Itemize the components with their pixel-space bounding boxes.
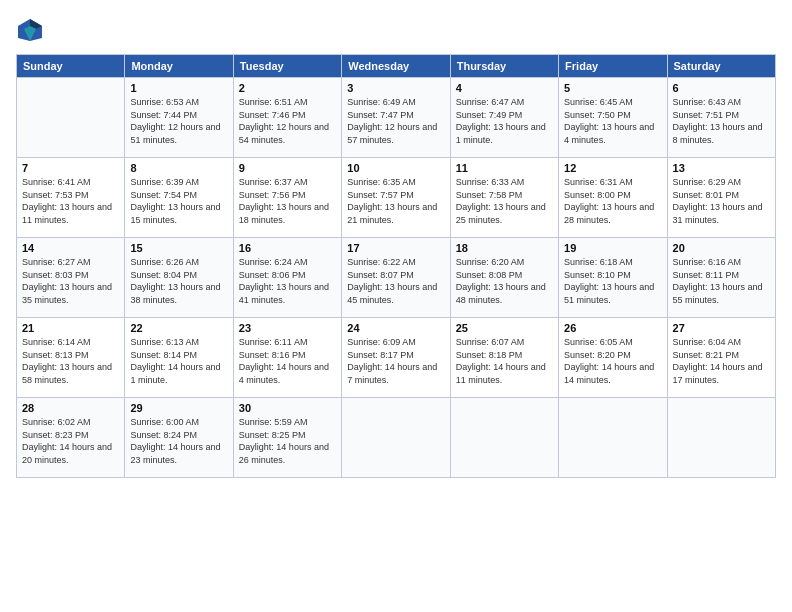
day-number: 12 bbox=[564, 162, 661, 174]
week-row-5: 28Sunrise: 6:02 AMSunset: 8:23 PMDayligh… bbox=[17, 398, 776, 478]
day-cell: 3Sunrise: 6:49 AMSunset: 7:47 PMDaylight… bbox=[342, 78, 450, 158]
day-info: Sunrise: 6:13 AMSunset: 8:14 PMDaylight:… bbox=[130, 336, 227, 386]
day-number: 19 bbox=[564, 242, 661, 254]
day-number: 14 bbox=[22, 242, 119, 254]
day-cell: 7Sunrise: 6:41 AMSunset: 7:53 PMDaylight… bbox=[17, 158, 125, 238]
day-info: Sunrise: 6:26 AMSunset: 8:04 PMDaylight:… bbox=[130, 256, 227, 306]
day-cell: 26Sunrise: 6:05 AMSunset: 8:20 PMDayligh… bbox=[559, 318, 667, 398]
day-cell: 2Sunrise: 6:51 AMSunset: 7:46 PMDaylight… bbox=[233, 78, 341, 158]
day-cell: 17Sunrise: 6:22 AMSunset: 8:07 PMDayligh… bbox=[342, 238, 450, 318]
day-cell: 23Sunrise: 6:11 AMSunset: 8:16 PMDayligh… bbox=[233, 318, 341, 398]
day-number: 2 bbox=[239, 82, 336, 94]
day-number: 21 bbox=[22, 322, 119, 334]
day-info: Sunrise: 6:53 AMSunset: 7:44 PMDaylight:… bbox=[130, 96, 227, 146]
day-cell: 19Sunrise: 6:18 AMSunset: 8:10 PMDayligh… bbox=[559, 238, 667, 318]
day-info: Sunrise: 6:16 AMSunset: 8:11 PMDaylight:… bbox=[673, 256, 770, 306]
page: SundayMondayTuesdayWednesdayThursdayFrid… bbox=[0, 0, 792, 612]
day-number: 3 bbox=[347, 82, 444, 94]
day-info: Sunrise: 6:24 AMSunset: 8:06 PMDaylight:… bbox=[239, 256, 336, 306]
day-number: 23 bbox=[239, 322, 336, 334]
day-cell bbox=[17, 78, 125, 158]
day-info: Sunrise: 6:22 AMSunset: 8:07 PMDaylight:… bbox=[347, 256, 444, 306]
day-cell: 20Sunrise: 6:16 AMSunset: 8:11 PMDayligh… bbox=[667, 238, 775, 318]
day-number: 22 bbox=[130, 322, 227, 334]
day-cell bbox=[342, 398, 450, 478]
day-number: 1 bbox=[130, 82, 227, 94]
day-cell: 5Sunrise: 6:45 AMSunset: 7:50 PMDaylight… bbox=[559, 78, 667, 158]
day-number: 15 bbox=[130, 242, 227, 254]
day-cell: 4Sunrise: 6:47 AMSunset: 7:49 PMDaylight… bbox=[450, 78, 558, 158]
day-cell: 9Sunrise: 6:37 AMSunset: 7:56 PMDaylight… bbox=[233, 158, 341, 238]
day-info: Sunrise: 6:05 AMSunset: 8:20 PMDaylight:… bbox=[564, 336, 661, 386]
day-number: 9 bbox=[239, 162, 336, 174]
day-cell: 10Sunrise: 6:35 AMSunset: 7:57 PMDayligh… bbox=[342, 158, 450, 238]
weekday-header-row: SundayMondayTuesdayWednesdayThursdayFrid… bbox=[17, 55, 776, 78]
day-cell: 14Sunrise: 6:27 AMSunset: 8:03 PMDayligh… bbox=[17, 238, 125, 318]
weekday-header-wednesday: Wednesday bbox=[342, 55, 450, 78]
day-info: Sunrise: 6:43 AMSunset: 7:51 PMDaylight:… bbox=[673, 96, 770, 146]
day-info: Sunrise: 6:18 AMSunset: 8:10 PMDaylight:… bbox=[564, 256, 661, 306]
day-cell: 21Sunrise: 6:14 AMSunset: 8:13 PMDayligh… bbox=[17, 318, 125, 398]
day-cell: 13Sunrise: 6:29 AMSunset: 8:01 PMDayligh… bbox=[667, 158, 775, 238]
day-info: Sunrise: 6:04 AMSunset: 8:21 PMDaylight:… bbox=[673, 336, 770, 386]
day-cell bbox=[450, 398, 558, 478]
weekday-header-friday: Friday bbox=[559, 55, 667, 78]
day-number: 18 bbox=[456, 242, 553, 254]
week-row-2: 7Sunrise: 6:41 AMSunset: 7:53 PMDaylight… bbox=[17, 158, 776, 238]
weekday-header-saturday: Saturday bbox=[667, 55, 775, 78]
day-info: Sunrise: 6:07 AMSunset: 8:18 PMDaylight:… bbox=[456, 336, 553, 386]
day-info: Sunrise: 6:27 AMSunset: 8:03 PMDaylight:… bbox=[22, 256, 119, 306]
day-cell: 1Sunrise: 6:53 AMSunset: 7:44 PMDaylight… bbox=[125, 78, 233, 158]
day-cell: 16Sunrise: 6:24 AMSunset: 8:06 PMDayligh… bbox=[233, 238, 341, 318]
weekday-header-sunday: Sunday bbox=[17, 55, 125, 78]
week-row-3: 14Sunrise: 6:27 AMSunset: 8:03 PMDayligh… bbox=[17, 238, 776, 318]
weekday-header-tuesday: Tuesday bbox=[233, 55, 341, 78]
day-info: Sunrise: 6:33 AMSunset: 7:58 PMDaylight:… bbox=[456, 176, 553, 226]
day-info: Sunrise: 6:02 AMSunset: 8:23 PMDaylight:… bbox=[22, 416, 119, 466]
day-cell: 30Sunrise: 5:59 AMSunset: 8:25 PMDayligh… bbox=[233, 398, 341, 478]
day-cell: 11Sunrise: 6:33 AMSunset: 7:58 PMDayligh… bbox=[450, 158, 558, 238]
logo-icon bbox=[16, 16, 44, 44]
day-number: 20 bbox=[673, 242, 770, 254]
day-cell: 6Sunrise: 6:43 AMSunset: 7:51 PMDaylight… bbox=[667, 78, 775, 158]
weekday-header-monday: Monday bbox=[125, 55, 233, 78]
day-cell: 18Sunrise: 6:20 AMSunset: 8:08 PMDayligh… bbox=[450, 238, 558, 318]
week-row-1: 1Sunrise: 6:53 AMSunset: 7:44 PMDaylight… bbox=[17, 78, 776, 158]
day-number: 10 bbox=[347, 162, 444, 174]
day-info: Sunrise: 6:14 AMSunset: 8:13 PMDaylight:… bbox=[22, 336, 119, 386]
day-info: Sunrise: 6:29 AMSunset: 8:01 PMDaylight:… bbox=[673, 176, 770, 226]
day-cell: 25Sunrise: 6:07 AMSunset: 8:18 PMDayligh… bbox=[450, 318, 558, 398]
day-number: 4 bbox=[456, 82, 553, 94]
day-number: 26 bbox=[564, 322, 661, 334]
day-info: Sunrise: 6:41 AMSunset: 7:53 PMDaylight:… bbox=[22, 176, 119, 226]
day-number: 5 bbox=[564, 82, 661, 94]
day-number: 30 bbox=[239, 402, 336, 414]
day-number: 27 bbox=[673, 322, 770, 334]
day-info: Sunrise: 6:47 AMSunset: 7:49 PMDaylight:… bbox=[456, 96, 553, 146]
day-info: Sunrise: 6:37 AMSunset: 7:56 PMDaylight:… bbox=[239, 176, 336, 226]
day-info: Sunrise: 6:45 AMSunset: 7:50 PMDaylight:… bbox=[564, 96, 661, 146]
day-number: 11 bbox=[456, 162, 553, 174]
day-cell: 27Sunrise: 6:04 AMSunset: 8:21 PMDayligh… bbox=[667, 318, 775, 398]
day-info: Sunrise: 6:09 AMSunset: 8:17 PMDaylight:… bbox=[347, 336, 444, 386]
day-number: 25 bbox=[456, 322, 553, 334]
logo bbox=[16, 16, 48, 44]
day-number: 13 bbox=[673, 162, 770, 174]
day-number: 6 bbox=[673, 82, 770, 94]
day-info: Sunrise: 5:59 AMSunset: 8:25 PMDaylight:… bbox=[239, 416, 336, 466]
day-number: 17 bbox=[347, 242, 444, 254]
day-cell bbox=[667, 398, 775, 478]
day-number: 7 bbox=[22, 162, 119, 174]
day-cell: 15Sunrise: 6:26 AMSunset: 8:04 PMDayligh… bbox=[125, 238, 233, 318]
day-info: Sunrise: 6:35 AMSunset: 7:57 PMDaylight:… bbox=[347, 176, 444, 226]
weekday-header-thursday: Thursday bbox=[450, 55, 558, 78]
day-number: 16 bbox=[239, 242, 336, 254]
day-info: Sunrise: 6:51 AMSunset: 7:46 PMDaylight:… bbox=[239, 96, 336, 146]
day-cell: 12Sunrise: 6:31 AMSunset: 8:00 PMDayligh… bbox=[559, 158, 667, 238]
day-cell: 29Sunrise: 6:00 AMSunset: 8:24 PMDayligh… bbox=[125, 398, 233, 478]
day-info: Sunrise: 6:20 AMSunset: 8:08 PMDaylight:… bbox=[456, 256, 553, 306]
day-info: Sunrise: 6:49 AMSunset: 7:47 PMDaylight:… bbox=[347, 96, 444, 146]
day-cell: 22Sunrise: 6:13 AMSunset: 8:14 PMDayligh… bbox=[125, 318, 233, 398]
week-row-4: 21Sunrise: 6:14 AMSunset: 8:13 PMDayligh… bbox=[17, 318, 776, 398]
day-info: Sunrise: 6:31 AMSunset: 8:00 PMDaylight:… bbox=[564, 176, 661, 226]
